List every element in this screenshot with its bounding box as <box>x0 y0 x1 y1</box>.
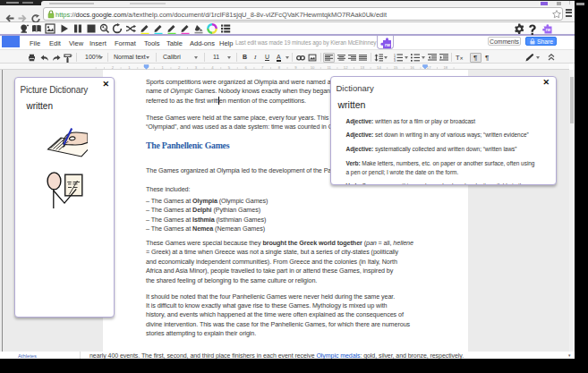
svg-text:rw: rw <box>385 42 390 47</box>
svg-text:rw: rw <box>546 28 551 32</box>
svg-text:3: 3 <box>394 59 396 62</box>
